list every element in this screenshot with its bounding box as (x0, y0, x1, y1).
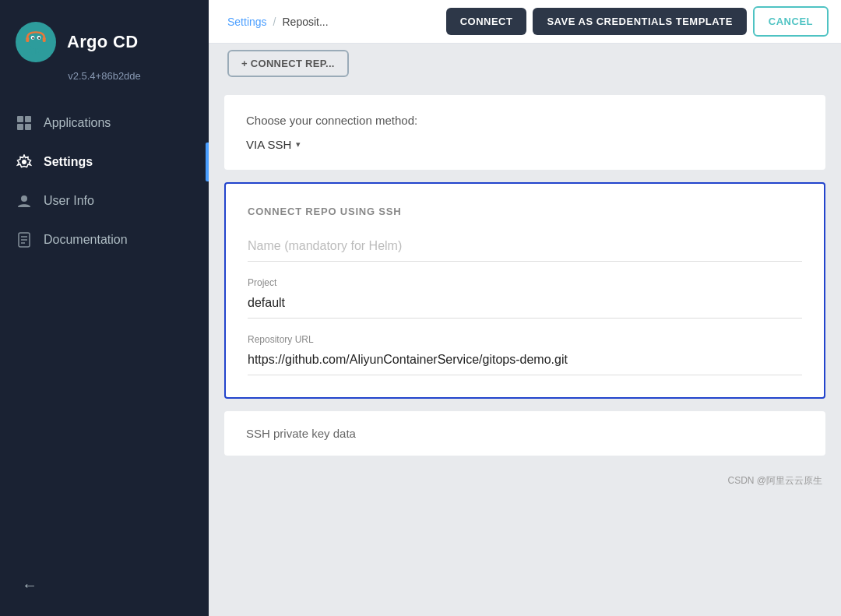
connection-method-section: Choose your connection method: VIA SSH ▾ (224, 95, 825, 170)
settings-label: Settings (44, 155, 93, 169)
form-section-title: CONNECT REPO USING SSH (248, 206, 802, 217)
svg-point-4 (38, 37, 40, 39)
project-input[interactable]: default (248, 291, 802, 319)
sidebar-collapse: ← (0, 554, 209, 616)
svg-rect-6 (43, 37, 46, 42)
connection-method-value: VIA SSH (246, 138, 291, 151)
connect-repo-form-card: CONNECT REPO USING SSH Name (mandatory f… (224, 182, 825, 399)
repo-url-input[interactable]: https://github.com/AliyunContainerServic… (248, 348, 802, 375)
breadcrumb-settings-link[interactable]: Settings (227, 16, 267, 28)
gear-icon (16, 153, 33, 171)
svg-rect-8 (25, 116, 31, 122)
project-field: Project default (248, 277, 802, 319)
sub-topbar-inner: + CONNECT REP... (209, 50, 368, 77)
app-version: v2.5.4+86b2dde (0, 70, 209, 96)
collapse-button[interactable]: ← (16, 570, 44, 600)
connection-method-card: Choose your connection method: VIA SSH ▾ (224, 95, 825, 170)
svg-point-12 (21, 195, 27, 202)
documentation-label: Documentation (44, 233, 128, 247)
sidebar: Argo CD v2.5.4+86b2dde Applications (0, 0, 209, 616)
sidebar-item-settings[interactable]: Settings (0, 143, 209, 181)
svg-rect-5 (26, 37, 29, 42)
logo-icon (16, 22, 56, 62)
app-title: Argo CD (67, 32, 138, 52)
name-field: Name (mandatory for Helm) (248, 234, 802, 262)
repo-url-label: Repository URL (248, 334, 802, 345)
connect-repo-button[interactable]: + CONNECT REP... (227, 50, 349, 77)
project-label: Project (248, 277, 802, 288)
svg-point-3 (32, 37, 33, 39)
breadcrumb: Settings / Reposit... (209, 16, 434, 28)
sidebar-navigation: Applications Settings User Info (0, 104, 209, 259)
breadcrumb-separator: / (273, 16, 276, 28)
sidebar-item-applications[interactable]: Applications (0, 104, 209, 143)
svg-rect-10 (25, 124, 31, 130)
main-content: Settings / Reposit... CONNECT SAVE AS CR… (209, 0, 841, 616)
watermark: CSDN @阿里云云原生 (209, 468, 841, 494)
cancel-button[interactable]: CANCEL (753, 6, 829, 37)
topbar: Settings / Reposit... CONNECT SAVE AS CR… (209, 0, 841, 44)
topbar-actions: CONNECT SAVE AS CREDENTIALS TEMPLATE CAN… (434, 6, 841, 37)
sidebar-item-userinfo[interactable]: User Info (0, 181, 209, 220)
repo-url-field: Repository URL https://github.com/Aliyun… (248, 334, 802, 375)
content-area: Choose your connection method: VIA SSH ▾… (209, 83, 841, 616)
user-icon (16, 192, 33, 209)
svg-point-11 (22, 160, 26, 164)
save-credentials-button[interactable]: SAVE AS CREDENTIALS TEMPLATE (533, 8, 746, 35)
ssh-key-label: SSH private key data (246, 427, 804, 440)
connect-button[interactable]: CONNECT (446, 8, 527, 35)
breadcrumb-current: Reposit... (282, 16, 328, 28)
name-input[interactable]: Name (mandatory for Helm) (248, 234, 802, 262)
connection-method-select[interactable]: VIA SSH ▾ (246, 138, 804, 151)
chevron-down-icon: ▾ (296, 139, 301, 150)
grid-icon (16, 114, 33, 132)
userinfo-label: User Info (44, 194, 94, 208)
connection-method-label: Choose your connection method: (246, 114, 804, 127)
svg-rect-9 (17, 124, 23, 130)
doc-icon (16, 231, 33, 248)
svg-rect-7 (17, 116, 23, 122)
sub-topbar: + CONNECT REP... (209, 44, 841, 83)
sidebar-logo: Argo CD (0, 0, 209, 70)
ssh-key-section: SSH private key data (224, 411, 825, 456)
sidebar-item-documentation[interactable]: Documentation (0, 220, 209, 259)
applications-label: Applications (44, 116, 111, 130)
